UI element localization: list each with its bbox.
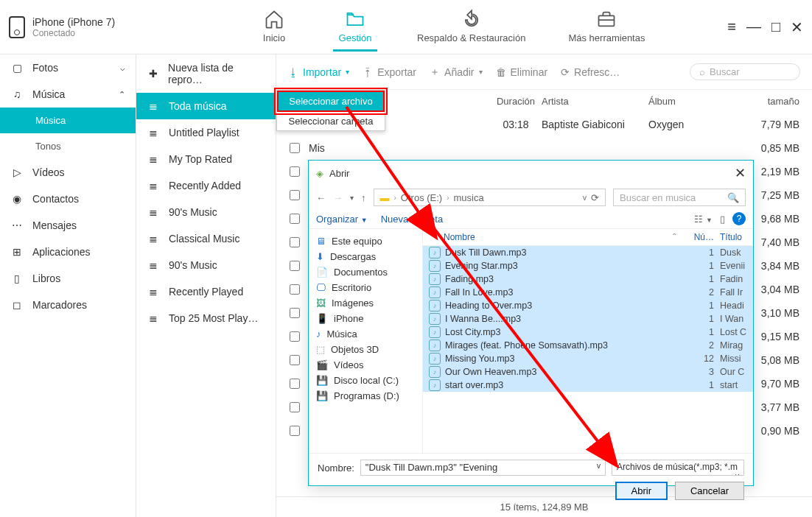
col-nombre[interactable]: Nombre: [429, 232, 671, 242]
nav-home[interactable]: Inicio: [252, 3, 296, 52]
playlist-recentplay[interactable]: ≣Recently Played: [136, 278, 276, 305]
organize-button[interactable]: Organizar ▼: [316, 214, 368, 225]
col-num[interactable]: Nú…: [677, 232, 714, 242]
sidebar-videos[interactable]: ▷Vídeos: [0, 159, 136, 186]
playlist-new[interactable]: ✚Nueva lista de repro…: [136, 54, 276, 93]
row-checkbox[interactable]: [290, 143, 300, 153]
file-list[interactable]: Nombre ⌃ Nú… Título ♪ Dusk Till Dawn.mp3…: [423, 229, 753, 453]
playlist-untitled[interactable]: ≣Untitled Playlist: [136, 119, 276, 146]
back-button[interactable]: ←: [316, 192, 326, 203]
tree-programasD[interactable]: 💾Programas (D:): [309, 388, 422, 404]
chevron-up-icon: ⌃: [119, 90, 125, 99]
nav-manage[interactable]: Gestión: [333, 3, 377, 52]
message-icon: ⋯: [10, 219, 24, 231]
playlist-all[interactable]: ≣Toda música: [136, 93, 276, 119]
dropdown-select-file[interactable]: Seleccionar archivo: [277, 91, 385, 112]
close-button[interactable]: ✕: [791, 18, 803, 36]
tree-musica[interactable]: ♪Música: [309, 326, 422, 342]
nav-tools[interactable]: Más herramientas: [565, 3, 648, 52]
row-checkbox[interactable]: [290, 214, 300, 224]
tree-equipo[interactable]: 🖥Este equipo: [309, 233, 422, 249]
add-button[interactable]: ＋Añadir▾: [430, 66, 482, 79]
folder-tree[interactable]: 🖥Este equipo ⬇Descargas 📄Documentos 🖵Esc…: [309, 229, 423, 453]
history-button[interactable]: ▾: [350, 194, 354, 202]
export-button[interactable]: ⭱Exportar: [363, 66, 416, 78]
forward-button[interactable]: →: [333, 192, 343, 203]
col-size[interactable]: tamaño: [744, 96, 799, 107]
nav-backup[interactable]: Respaldo & Restauración: [414, 3, 528, 52]
sidebar-mensajes[interactable]: ⋯Mensajes: [0, 212, 136, 239]
col-titulo[interactable]: Título: [714, 232, 747, 242]
tree-imagenes[interactable]: 🖼Imágenes: [309, 295, 422, 311]
open-button[interactable]: Abrir: [615, 482, 668, 500]
tree-escritorio[interactable]: 🖵Escritorio: [309, 280, 422, 295]
maximize-button[interactable]: □: [771, 18, 780, 36]
tree-documentos[interactable]: 📄Documentos: [309, 264, 422, 280]
dialog-search[interactable]: Buscar en musica 🔍: [613, 189, 746, 206]
delete-button[interactable]: 🗑Eliminar: [496, 66, 548, 78]
filename-input[interactable]: "Dusk Till Dawn.mp3" "Evening v: [360, 460, 606, 476]
file-row[interactable]: ♪ Heading to Over.mp3 1 Headi: [423, 299, 753, 312]
file-row[interactable]: ♪ Dusk Till Dawn.mp3 1 Dusk: [423, 246, 753, 259]
help-button[interactable]: ?: [732, 212, 746, 225]
sidebar-contactos[interactable]: ◉Contactos: [0, 186, 136, 212]
tree-discoC[interactable]: 💾Disco local (C:): [309, 373, 422, 388]
minimize-button[interactable]: —: [746, 18, 761, 36]
path-bar[interactable]: ▬ › Otros (E:) › musica v ⟳: [374, 189, 606, 206]
row-checkbox[interactable]: [290, 426, 300, 436]
tree-iphone[interactable]: 📱iPhone: [309, 311, 422, 326]
col-duration[interactable]: Duración: [490, 96, 542, 107]
sidebar-fotos[interactable]: ▢Fotos⌵: [0, 54, 136, 81]
newfolder-button[interactable]: Nueva carpeta: [381, 214, 444, 225]
file-row[interactable]: ♪ Mirages (feat. Phoene Somsavath).mp3 2…: [423, 339, 753, 352]
tree-objetos[interactable]: ⬚Objetos 3D: [309, 342, 422, 357]
cancel-button[interactable]: Cancelar: [675, 482, 744, 500]
row-checkbox[interactable]: [290, 402, 300, 412]
file-row[interactable]: ♪ Fall In Love.mp3 2 Fall Ir: [423, 286, 753, 299]
file-row[interactable]: ♪ Evening Star.mp3 1 Evenii: [423, 259, 753, 272]
file-row[interactable]: ♪ Fading.mp3 1 Fadin: [423, 272, 753, 286]
sidebar-tonos[interactable]: Tonos: [0, 133, 136, 159]
row-checkbox[interactable]: [290, 166, 300, 177]
dialog-close-button[interactable]: ✕: [735, 165, 746, 181]
row-checkbox[interactable]: [290, 284, 300, 295]
sidebar-marcadores[interactable]: ◻Marcadores: [0, 292, 136, 318]
sidebar-musica-sub[interactable]: Música: [0, 108, 136, 133]
row-checkbox[interactable]: [290, 261, 300, 271]
playlist-recentadd[interactable]: ≣Recently Added: [136, 172, 276, 199]
file-row[interactable]: ♪ Our Own Heaven.mp3 3 Our C: [423, 365, 753, 379]
dropdown-select-folder[interactable]: Seleccionar carpeta: [277, 112, 385, 130]
up-button[interactable]: ↑: [361, 192, 366, 203]
row-checkbox[interactable]: [290, 355, 300, 365]
playlist-90s2[interactable]: ≣90's Music: [136, 252, 276, 278]
refresh-icon[interactable]: ⟳: [591, 192, 599, 203]
sidebar-apps[interactable]: ⊞Aplicaciones: [0, 239, 136, 265]
playlist-90s[interactable]: ≣90's Music: [136, 199, 276, 225]
col-album[interactable]: Álbum: [648, 96, 744, 107]
row-checkbox[interactable]: [290, 379, 300, 389]
row-checkbox[interactable]: [290, 331, 300, 342]
search-input[interactable]: ⌕Buscar: [690, 63, 800, 80]
tree-descargas[interactable]: ⬇Descargas: [309, 249, 422, 264]
row-checkbox[interactable]: [290, 308, 300, 318]
row-checkbox[interactable]: [290, 190, 300, 200]
playlist-top25[interactable]: ≣Top 25 Most Play…: [136, 305, 276, 331]
preview-button[interactable]: ▯: [720, 214, 725, 225]
col-artist[interactable]: Artista: [542, 96, 648, 107]
playlist-top[interactable]: ≣My Top Rated: [136, 146, 276, 172]
import-button[interactable]: ⭳Importar▾: [288, 66, 349, 78]
file-row[interactable]: ♪ Missing You.mp3 12 Missi: [423, 352, 753, 365]
sidebar-libros[interactable]: ▯Libros: [0, 265, 136, 292]
sidebar-musica[interactable]: ♫Música⌃: [0, 81, 136, 108]
playlist-classical[interactable]: ≣Classical Music: [136, 225, 276, 252]
table-row[interactable]: Mis 0,85 MB: [276, 136, 812, 160]
refresh-button[interactable]: ⟳Refresc…: [561, 66, 620, 78]
tree-videos[interactable]: 🎬Vídeos: [309, 357, 422, 373]
view-button[interactable]: ☷ ▼: [694, 214, 713, 225]
file-row[interactable]: ♪ start over.mp3 1 start: [423, 379, 753, 392]
file-row[interactable]: ♪ I Wanna Be....mp3 1 I Wan: [423, 312, 753, 326]
row-checkbox[interactable]: [290, 237, 300, 247]
menu-icon[interactable]: ≡: [727, 18, 736, 36]
file-row[interactable]: ♪ Lost City.mp3 1 Lost C: [423, 326, 753, 339]
filetype-select[interactable]: Archivos de música(*.mp3; *.m v: [612, 460, 744, 476]
